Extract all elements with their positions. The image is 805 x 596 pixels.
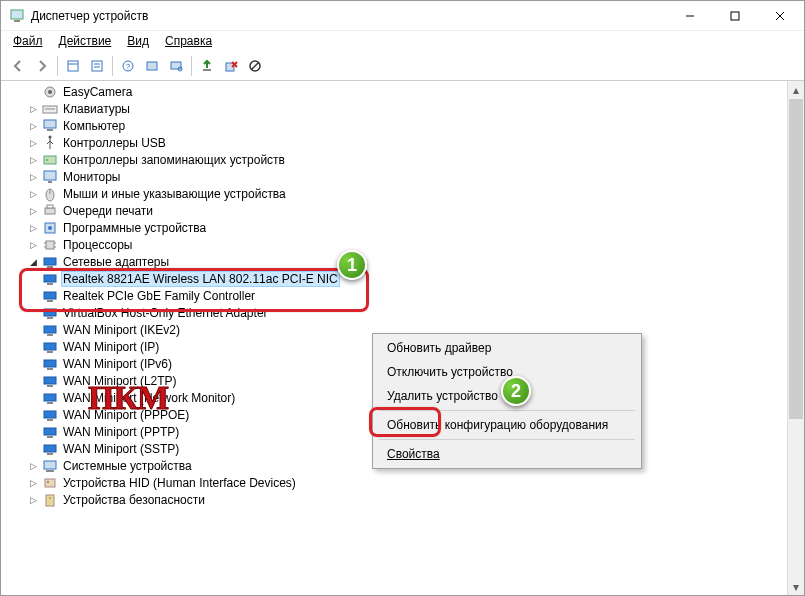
svg-rect-6 [68,61,78,71]
svg-rect-50 [47,334,53,336]
svg-point-25 [49,135,52,138]
back-button[interactable] [7,55,29,77]
minimize-button[interactable] [667,1,712,30]
network-adapter-icon [42,441,58,457]
tree-item-network-adapters[interactable]: Сетевые адаптеры [7,253,787,270]
svg-rect-24 [47,129,53,131]
tree-item-adapter[interactable]: Realtek 8821AE Wireless LAN 802.11ac PCI… [7,270,787,287]
svg-rect-13 [147,62,157,70]
help-icon[interactable]: ? [117,55,139,77]
maximize-button[interactable] [712,1,757,30]
update-driver-icon[interactable] [196,55,218,77]
menu-disable-device[interactable]: Отключить устройство [375,360,639,384]
svg-point-35 [48,226,52,230]
svg-rect-26 [44,156,56,164]
close-button[interactable] [757,1,802,30]
network-adapter-icon [42,271,58,287]
svg-rect-43 [44,275,56,282]
network-adapter-icon [42,356,58,372]
tree-item[interactable]: Очереди печати [7,202,787,219]
scroll-down-icon[interactable]: ▾ [788,578,804,595]
svg-rect-45 [44,292,56,299]
svg-rect-28 [44,171,56,180]
tree-item-adapter[interactable]: VirtualBox Host-Only Ethernet Adapter [7,304,787,321]
toolbar-icon[interactable] [86,55,108,77]
menu-update-driver[interactable]: Обновить драйвер [375,336,639,360]
tree-item[interactable]: Устройства безопасности [7,491,787,508]
menu-help[interactable]: Справка [159,32,218,50]
svg-rect-66 [46,470,54,472]
network-adapter-icon [42,424,58,440]
scan-icon[interactable] [165,55,187,77]
svg-rect-68 [47,481,49,483]
svg-rect-57 [44,394,56,401]
tree-item[interactable]: EasyCamera [7,83,787,100]
svg-rect-65 [44,461,56,469]
tree-item-adapter[interactable]: Realtek PCIe GbE Family Controller [7,287,787,304]
svg-rect-8 [92,61,102,71]
network-adapter-icon [42,305,58,321]
tree-item[interactable]: Программные устройства [7,219,787,236]
forward-button[interactable] [31,55,53,77]
tree-item[interactable]: Клавиатуры [7,100,787,117]
svg-text:?: ? [126,62,131,71]
svg-rect-41 [44,258,56,265]
svg-rect-36 [46,241,54,249]
tree-item[interactable]: Процессоры [7,236,787,253]
menu-view[interactable]: Вид [121,32,155,50]
disable-icon[interactable] [244,55,266,77]
svg-rect-14 [171,62,181,69]
software-icon [42,220,58,236]
svg-rect-32 [45,208,55,214]
svg-rect-67 [45,479,55,487]
svg-rect-55 [44,377,56,384]
svg-rect-58 [47,402,53,404]
svg-rect-69 [46,495,54,506]
svg-rect-47 [44,309,56,316]
tree-item[interactable]: Мониторы [7,168,787,185]
svg-rect-53 [44,360,56,367]
cpu-icon [42,237,58,253]
svg-rect-49 [44,326,56,333]
svg-rect-62 [47,436,53,438]
scrollbar[interactable]: ▴ ▾ [787,81,804,595]
menu-file[interactable]: Файл [7,32,49,50]
svg-rect-0 [11,10,23,19]
keyboard-icon [42,101,58,117]
tree-item[interactable]: Мыши и иные указывающие устройства [7,185,787,202]
menu-separator [379,410,635,411]
svg-rect-23 [44,120,56,128]
tree-item[interactable]: Контроллеры USB [7,134,787,151]
menu-scan-hardware[interactable]: Обновить конфигурацию оборудования [375,413,639,437]
svg-rect-56 [47,385,53,387]
network-adapter-icon [42,288,58,304]
usb-icon [42,135,58,151]
mouse-icon [42,186,58,202]
svg-point-70 [49,497,51,499]
device-manager-window: Диспетчер устройств Файл Действие Вид Сп… [0,0,805,596]
svg-rect-54 [47,368,53,370]
tree-item[interactable]: Контроллеры запоминающих устройств [7,151,787,168]
menu-action[interactable]: Действие [53,32,118,50]
toolbar-icon[interactable] [62,55,84,77]
network-icon [42,254,58,270]
scrollbar-thumb[interactable] [789,99,803,419]
toolbar-icon[interactable] [141,55,163,77]
svg-rect-3 [731,12,739,20]
menu-uninstall-device[interactable]: Удалить устройство [375,384,639,408]
svg-rect-51 [44,343,56,350]
network-adapter-icon [42,373,58,389]
security-icon [42,492,58,508]
menu-properties[interactable]: Свойства [375,442,639,466]
app-icon [9,8,25,24]
scroll-up-icon[interactable]: ▴ [788,81,804,98]
svg-point-27 [46,159,48,161]
tree-item[interactable]: Устройства HID (Human Interface Devices) [7,474,787,491]
svg-point-20 [48,90,52,94]
menu-separator [379,439,635,440]
uninstall-icon[interactable] [220,55,242,77]
context-menu: Обновить драйвер Отключить устройство Уд… [372,333,642,469]
tree-item[interactable]: Компьютер [7,117,787,134]
svg-rect-29 [48,181,52,183]
window-title: Диспетчер устройств [31,9,667,23]
